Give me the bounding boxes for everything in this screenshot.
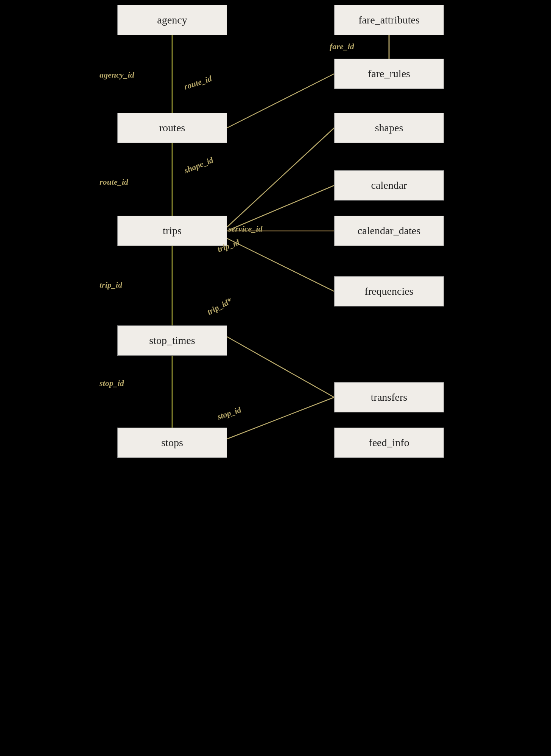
entity-trips: trips [117,216,227,246]
svg-line-10 [227,337,334,397]
svg-line-9 [227,238,334,291]
label-route-id-far: route_id [183,74,213,92]
entity-feed-info: feed_info [334,428,444,458]
entity-calendar: calendar [334,170,444,201]
label-trip-id-star: trip_id* [205,296,234,317]
label-stop-id-left: stop_id [100,378,124,388]
label-route-id: route_id [100,177,128,187]
entity-frequencies: frequencies [334,276,444,306]
entity-stop-times: stop_times [117,325,227,356]
svg-line-11 [227,397,334,439]
entity-agency: agency [117,5,227,35]
entity-calendar-dates: calendar_dates [334,216,444,246]
entity-stops: stops [117,428,227,458]
label-agency-id: agency_id [100,70,134,80]
entity-shapes: shapes [334,113,444,143]
entity-transfers: transfers [334,382,444,412]
label-fare-id: fare_id [330,42,354,51]
entity-fare-attributes: fare_attributes [334,5,444,35]
label-shape-id: shape_id [183,155,215,176]
label-stop-id-right: stop_id [216,405,243,422]
label-service-id: service_id [228,224,262,234]
svg-line-6 [227,128,334,227]
svg-line-5 [227,74,334,128]
entity-routes: routes [117,113,227,143]
entity-fare-rules: fare_rules [334,59,444,89]
diagram-container: agency fare_attributes fare_rules routes… [100,0,451,756]
label-trip-id: trip_id [100,280,122,290]
